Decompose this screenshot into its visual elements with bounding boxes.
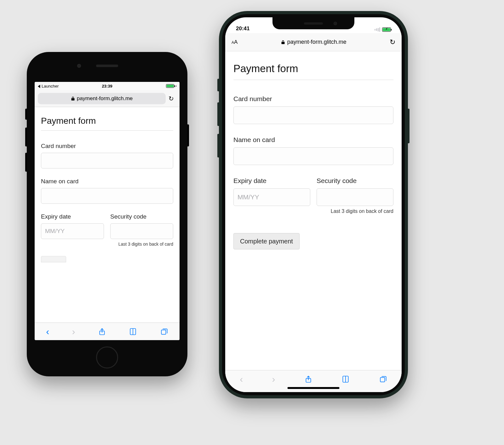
page-title: Payment form [41, 116, 173, 131]
url-field[interactable]: payment-form.glitch.me [242, 39, 385, 45]
front-camera [334, 22, 337, 25]
card-number-group: Card number [233, 95, 393, 124]
battery-icon: ⚡︎ [382, 27, 391, 32]
front-camera [77, 64, 81, 68]
security-code-label: Security code [317, 177, 393, 185]
back-app-label: Launcher [42, 84, 59, 88]
toolbar-back-button[interactable]: ‹ [46, 327, 49, 336]
name-on-card-input[interactable] [233, 147, 393, 165]
safari-toolbar: ‹ › [35, 322, 180, 340]
toolbar-bookmarks-button[interactable] [129, 328, 137, 336]
name-on-card-input[interactable] [41, 188, 173, 204]
security-code-input[interactable] [110, 223, 173, 239]
url-text: payment-form.glitch.me [287, 39, 346, 45]
display-notch [272, 17, 354, 29]
url-field[interactable]: payment-form.glitch.me [38, 93, 166, 104]
lock-icon [71, 96, 75, 101]
card-number-group: Card number [41, 143, 173, 168]
expiry-label: Expiry date [41, 213, 104, 220]
svg-rect-3 [380, 377, 385, 382]
mute-switch [25, 109, 27, 120]
power-button [408, 109, 410, 143]
card-number-input[interactable] [233, 106, 393, 124]
card-number-input[interactable] [41, 153, 173, 168]
name-on-card-group: Name on card [41, 178, 173, 204]
lock-icon [281, 40, 285, 44]
toolbar-tabs-button[interactable] [379, 375, 387, 383]
expiry-security-row: Expiry date Security code Last 3 digits … [233, 177, 393, 214]
home-button[interactable] [96, 346, 118, 368]
reload-button[interactable]: ↻ [166, 95, 176, 102]
toolbar-forward-button[interactable]: › [272, 374, 275, 384]
status-time: 23:39 [102, 84, 112, 88]
complete-payment-button-truncated[interactable] [41, 256, 66, 262]
card-number-label: Card number [233, 95, 393, 103]
security-code-label: Security code [110, 213, 173, 220]
back-to-app-button[interactable]: ◀ Launcher [37, 83, 59, 88]
earpiece-speaker [96, 65, 118, 67]
toolbar-tabs-button[interactable] [160, 328, 168, 336]
expiry-input[interactable] [41, 223, 104, 239]
toolbar-back-button[interactable]: ‹ [240, 374, 243, 384]
reload-button[interactable]: ↻ [390, 38, 395, 46]
charging-icon: ⚡︎ [382, 27, 391, 31]
toolbar-bookmarks-button[interactable] [341, 375, 350, 383]
back-chevron-icon: ◀ [38, 83, 40, 88]
safari-address-bar: payment-form.glitch.me ↻ [35, 90, 180, 107]
expiry-label: Expiry date [233, 177, 310, 185]
volume-down-button [25, 153, 27, 172]
volume-down-button [217, 134, 219, 157]
home-indicator[interactable] [288, 387, 340, 389]
status-time: 20:41 [236, 26, 249, 32]
name-on-card-group: Name on card [233, 136, 393, 165]
volume-up-button [25, 128, 27, 146]
expiry-security-row: Expiry date Security code Last 3 digits … [41, 213, 173, 247]
safari-address-bar: AA payment-form.glitch.me ↻ [225, 33, 402, 51]
iphone-8-device-frame: ◀ Launcher 23:39 ⚡︎ payment-form.glitch.… [27, 52, 187, 376]
toolbar-share-button[interactable] [98, 328, 106, 336]
page-title: Payment form [233, 63, 393, 80]
screen: ◀ Launcher 23:39 ⚡︎ payment-form.glitch.… [35, 82, 180, 340]
security-code-hint: Last 3 digits on back of card [41, 242, 173, 247]
security-code-hint: Last 3 digits on back of card [233, 208, 393, 214]
complete-payment-button[interactable]: Complete payment [233, 233, 300, 249]
page-content: Payment form Card number Name on card Ex… [35, 107, 180, 322]
security-code-input[interactable] [317, 188, 393, 206]
status-bar: ◀ Launcher 23:39 ⚡︎ [35, 82, 180, 90]
name-on-card-label: Name on card [233, 136, 393, 144]
page-content: Payment form Card number Name on card Ex… [225, 51, 402, 370]
toolbar-forward-button[interactable]: › [72, 327, 75, 336]
url-text: payment-form.glitch.me [77, 95, 133, 102]
name-on-card-label: Name on card [41, 178, 173, 185]
screen: 20:41 ⚡︎ AA payment-form.glitch.me ↻ Pay… [225, 17, 402, 392]
cellular-signal-icon [375, 27, 380, 32]
volume-up-button [217, 102, 219, 126]
reader-text-size-button[interactable]: AA [232, 39, 238, 45]
charging-icon: ⚡︎ [175, 84, 177, 88]
card-number-label: Card number [41, 143, 173, 150]
svg-rect-1 [161, 330, 166, 334]
battery-icon [166, 84, 174, 88]
mute-switch [217, 79, 219, 91]
iphone-11-device-frame: 20:41 ⚡︎ AA payment-form.glitch.me ↻ Pay… [219, 11, 408, 398]
toolbar-share-button[interactable] [304, 375, 312, 383]
power-button [187, 124, 189, 146]
earpiece-speaker [304, 22, 323, 25]
expiry-input[interactable] [233, 188, 310, 206]
